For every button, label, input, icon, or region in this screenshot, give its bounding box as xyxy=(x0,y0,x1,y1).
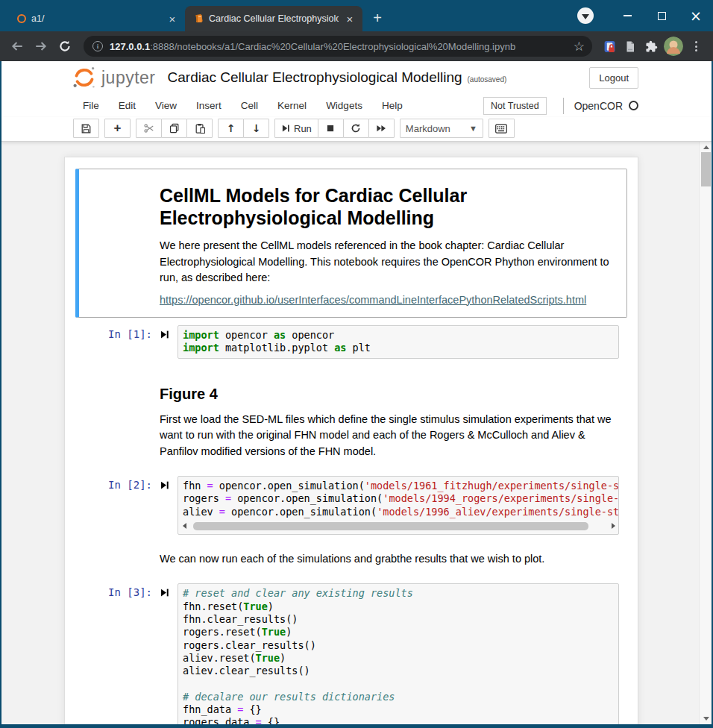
copy-icon xyxy=(169,123,180,134)
page-info-icon[interactable]: i xyxy=(92,41,103,51)
stop-icon xyxy=(326,124,335,133)
markdown-cell[interactable]: CellML Models for Cardiac Cellular Elect… xyxy=(75,169,627,318)
cell-body: Figure 4First we load the SED-ML files w… xyxy=(160,369,619,466)
tab-search-button[interactable] xyxy=(577,7,594,24)
run-cell-marker-icon xyxy=(160,583,178,724)
menu-item-widgets[interactable]: Widgets xyxy=(316,97,372,114)
avatar xyxy=(664,37,683,56)
run-cell-marker-icon xyxy=(160,325,178,359)
address-bar[interactable]: i 127.0.0.1:8888/notebooks/a1/Cardiac%20… xyxy=(84,36,592,57)
minimize-button[interactable] xyxy=(610,0,644,31)
url-text: 127.0.0.1:8888/notebooks/a1/Cardiac%20Ce… xyxy=(110,41,574,52)
paste-icon xyxy=(195,123,205,134)
cell-type-dropdown[interactable]: Markdown ▼ xyxy=(400,119,483,138)
maximize-icon xyxy=(658,12,666,20)
code-cell[interactable]: In [2]:fhn = opencor.open_simulation('mo… xyxy=(75,470,627,541)
move-cell-up-button[interactable]: ↑ xyxy=(218,119,244,138)
copy-cell-button[interactable] xyxy=(161,119,187,138)
profile-button[interactable] xyxy=(664,37,683,56)
scroll-right-arrow[interactable] xyxy=(612,523,615,529)
maximize-button[interactable] xyxy=(644,0,679,31)
paste-cell-button[interactable] xyxy=(186,119,213,138)
hscroll-track[interactable] xyxy=(189,522,609,530)
autosave-status: (autosaved) xyxy=(468,75,507,84)
code-line: aliev.clear_results() xyxy=(183,665,615,677)
vertical-scrollbar[interactable] xyxy=(699,142,712,724)
menu-item-kernel[interactable]: Kernel xyxy=(268,97,316,114)
interrupt-kernel-button[interactable] xyxy=(318,119,344,138)
move-cell-down-button[interactable]: ↓ xyxy=(243,119,269,138)
jupyter-logo-text: jupyter xyxy=(101,68,156,88)
browser-menu-button[interactable] xyxy=(686,36,706,57)
add-cell-button[interactable]: + xyxy=(104,119,131,138)
code-editor[interactable]: import opencor as opencorimport matplotl… xyxy=(178,325,619,359)
code-editor[interactable]: fhn = opencor.open_simulation('models/19… xyxy=(178,476,619,535)
save-button[interactable] xyxy=(73,119,99,138)
scrollbar-thumb[interactable] xyxy=(701,152,711,186)
tab-close-icon[interactable]: × xyxy=(343,12,356,25)
kernel-idle-icon xyxy=(629,101,638,110)
menu-item-file[interactable]: File xyxy=(73,97,109,114)
hscroll-thumb[interactable] xyxy=(193,522,588,530)
menubar-right: Not Trusted OpenCOR xyxy=(483,97,638,115)
bookmark-star-icon[interactable]: ☆ xyxy=(574,39,585,54)
code-line: aliev = opencor.open_simulation('models/… xyxy=(183,506,615,518)
jupyter-logo[interactable]: jupyter xyxy=(72,65,156,90)
cell-body: # reset and clear any existing resultsfh… xyxy=(178,583,619,724)
logout-button[interactable]: Logout xyxy=(589,67,638,89)
menu-item-help[interactable]: Help xyxy=(372,97,412,114)
code-line: rogers = opencor.open_simulation('models… xyxy=(183,492,615,505)
restart-icon xyxy=(351,123,361,134)
restart-kernel-button[interactable] xyxy=(343,119,369,138)
document-extension-button[interactable] xyxy=(621,36,640,57)
menu-item-edit[interactable]: Edit xyxy=(109,97,145,114)
scroll-up-arrow[interactable] xyxy=(700,142,712,153)
run-cell-button[interactable]: Run xyxy=(274,119,318,138)
jupyter-logo-icon xyxy=(72,65,97,90)
markdown-link[interactable]: https://opencor.github.io/userInterfaces… xyxy=(160,292,586,309)
window-bottom-frame xyxy=(1,724,712,728)
password-extension-button[interactable] xyxy=(600,36,619,57)
cut-cell-button[interactable] xyxy=(136,119,162,138)
menu-item-cell[interactable]: Cell xyxy=(231,97,268,114)
code-cell[interactable]: In [1]:import opencor as opencorimport m… xyxy=(75,319,627,365)
menu-item-view[interactable]: View xyxy=(145,97,186,114)
code-line: # reset and clear any existing results xyxy=(183,587,615,600)
divider xyxy=(563,98,564,114)
cell-prompt xyxy=(75,369,160,466)
back-button[interactable] xyxy=(6,35,28,57)
markdown-cell[interactable]: Figure 4First we load the SED-ML files w… xyxy=(75,365,627,471)
dropdown-caret-icon: ▼ xyxy=(469,124,477,133)
run-cell-marker-icon xyxy=(160,476,178,535)
browser-tab[interactable]: a1/× xyxy=(7,6,185,31)
scroll-left-arrow[interactable] xyxy=(183,523,186,529)
markdown-p: We here present the CellML models refere… xyxy=(160,238,618,286)
notebook-scroll-area[interactable]: CellML Models for Cardiac Cellular Elect… xyxy=(1,142,712,724)
puzzle-icon xyxy=(645,40,658,53)
reload-button[interactable] xyxy=(54,35,76,57)
scroll-down-arrow[interactable] xyxy=(700,713,712,724)
code-line: rogers.clear_results() xyxy=(183,639,615,652)
close-button[interactable]: × xyxy=(679,0,713,31)
markdown-cell[interactable]: We can now run each of the simulations a… xyxy=(75,541,627,578)
forward-button[interactable] xyxy=(30,35,52,57)
menu-item-insert[interactable]: Insert xyxy=(186,97,231,114)
tab-close-icon[interactable]: × xyxy=(166,12,179,25)
chevron-down-icon xyxy=(582,14,589,19)
cell-prompt: In [3]: xyxy=(75,583,160,724)
command-palette-button[interactable] xyxy=(489,119,515,138)
back-arrow-icon xyxy=(10,40,24,53)
horizontal-scrollbar[interactable] xyxy=(183,521,615,531)
restart-run-all-button[interactable] xyxy=(368,119,395,138)
notebook-title[interactable]: Cardiac Cellular Electrophysiological Mo… xyxy=(168,69,462,86)
new-tab-button[interactable]: + xyxy=(367,7,388,28)
extensions-button[interactable] xyxy=(641,36,661,57)
keyboard-icon xyxy=(495,124,507,134)
trust-status-button[interactable]: Not Trusted xyxy=(483,97,547,115)
code-editor[interactable]: # reset and clear any existing resultsfh… xyxy=(178,583,619,724)
browser-tab[interactable]: Cardiac Cellular Electrophysiolog× xyxy=(185,6,362,31)
code-cell[interactable]: In [3]:# reset and clear any existing re… xyxy=(75,577,627,724)
fast-forward-icon xyxy=(376,124,386,133)
markdown-h1: CellML Models for Cardiac Cellular Elect… xyxy=(160,184,618,229)
jupyter-header: jupyter Cardiac Cellular Electrophysiolo… xyxy=(1,61,712,94)
